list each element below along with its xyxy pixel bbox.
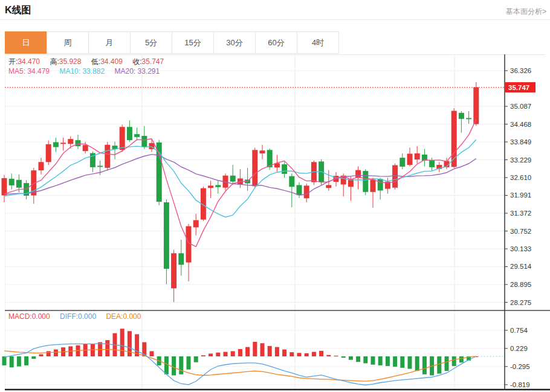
macd-bar [275,347,279,356]
macd-bar [24,356,28,365]
macd-bar [245,347,250,356]
candle-body [392,165,398,188]
diff-value: 0.000 [78,312,96,321]
candle-body [267,150,273,167]
axis-tick-label: 31.991 [510,191,531,199]
macd-bar [172,356,176,375]
grid-layer [5,54,545,390]
axis-tick-label: 30.752 [510,228,531,235]
tab-5min[interactable]: 5分 [130,31,172,54]
ma10-value: 33.882 [82,67,105,76]
macd-bar [216,353,220,356]
macd-bar [305,353,309,356]
candle-body [97,165,103,167]
close-value: 35.747 [142,57,164,66]
candle-body [260,150,265,153]
macd-bar [209,353,213,356]
candle-body [297,185,302,195]
macd-bar [386,356,390,366]
macd-bar [290,352,294,356]
candle-body [407,153,413,165]
macd-bar [120,329,125,356]
candles-layer [2,82,479,302]
candle-body [370,179,376,191]
macd-bar [341,356,346,358]
tab-4hour[interactable]: 4时 [297,31,339,54]
macd-bar [91,344,95,356]
diff-label: DIFF: [60,312,78,321]
macd-bar [2,356,7,365]
macd-histogram [2,329,479,375]
tab-15min[interactable]: 15分 [172,31,214,54]
candle-body [2,178,7,196]
candle-body [105,145,110,168]
candle-body [60,143,66,144]
axis-tick-label: 34.468 [510,121,531,128]
axis-tick-label: 0.754 [510,327,528,334]
page-title: K线图 [5,4,31,17]
macd-bar [349,356,353,360]
candle-body [76,140,81,146]
tab-day[interactable]: 日 [5,31,47,54]
ma10-label: MA10: [59,67,82,76]
high-value: 35.928 [59,57,82,66]
tab-month[interactable]: 月 [88,31,131,54]
candle-body [282,164,287,174]
candle-body [304,185,309,198]
candle-body [429,161,435,167]
candle-body [466,118,471,119]
kline-chart-area[interactable]: 36.32635.08734.46833.84933.22932.61031.9… [0,54,550,392]
candle-body [289,176,294,187]
candle-body [363,171,368,192]
candle-body [127,127,132,140]
dea-value: 0.000 [123,312,141,321]
tab-60min[interactable]: 60分 [255,31,297,54]
open-label: 开: [8,57,18,66]
candle-body [141,136,147,147]
price-axis: 36.32635.08734.46833.84933.22932.61031.9… [505,67,532,306]
tab-week[interactable]: 周 [47,31,89,54]
high-label: 高: [50,57,59,66]
fundamental-analysis-link[interactable]: 基本面分析> [506,7,546,17]
kline-page: K线图 基本面分析> 日 周 月 5分 15分 30分 60分 4时 36.32… [0,0,550,392]
macd-bar [452,356,456,366]
macd-bar [319,351,323,356]
current-price-badge-label: 35.747 [508,84,529,91]
candle-body [215,185,221,187]
axis-tick-label: 0.229 [510,345,528,352]
macd-bar [194,356,198,362]
macd-readout: MACD:0.000 DIFF:0.000 DEA:0.000 [8,312,149,321]
axis-tick-label: 33.229 [510,156,531,164]
ma-readout: MA5: 34.479 MA10: 33.882 MA20: 33.291 [8,67,167,76]
axis-tick-label: 31.372 [510,210,531,217]
macd-bar [297,353,302,356]
candle-body [16,180,22,188]
macd-bar [164,356,169,374]
page-header: K线图 基本面分析> [0,0,550,20]
axis-tick-label: -0.819 [510,381,530,388]
open-value: 34.470 [18,57,40,66]
candle-body [46,144,51,162]
candle-body [326,185,331,188]
candle-body [473,88,479,124]
candle-body [83,145,88,151]
candle-body [134,134,140,137]
tab-30min[interactable]: 30分 [213,31,256,54]
candle-body [68,139,73,144]
axis-tick-label: 28.895 [510,281,531,288]
macd-bar [400,356,404,368]
low-label: 低: [91,57,100,66]
macd-bar [150,351,154,356]
kline-chart-canvas: 36.32635.08734.46833.84933.22932.61031.9… [0,54,550,392]
axis-tick-label: 32.610 [510,174,531,181]
candle-body [171,253,176,288]
close-label: 收: [132,57,141,66]
macd-bar [179,356,183,374]
axis-tick-label: 29.514 [510,263,532,270]
macd-value: 0.000 [32,312,50,321]
candle-body [400,158,405,167]
macd-bar [253,342,257,356]
macd-bar [334,356,338,356]
macd-bar [363,356,367,363]
macd-bar [105,340,109,356]
